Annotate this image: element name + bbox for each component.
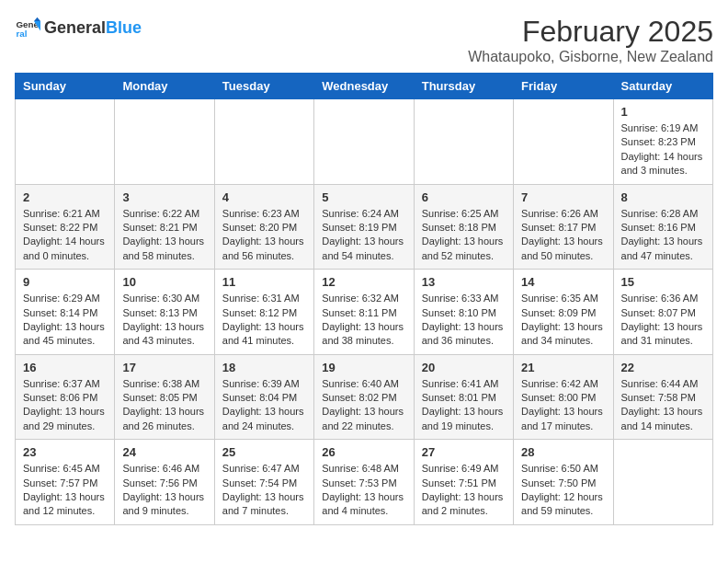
calendar: SundayMondayTuesdayWednesdayThursdayFrid… — [15, 73, 713, 525]
day-cell-22: 22Sunrise: 6:44 AM Sunset: 7:58 PM Dayli… — [613, 354, 712, 440]
day-info: Sunrise: 6:21 AM Sunset: 8:22 PM Dayligh… — [23, 207, 107, 264]
day-cell-13: 13Sunrise: 6:33 AM Sunset: 8:10 PM Dayli… — [414, 270, 513, 355]
day-cell-18: 18Sunrise: 6:39 AM Sunset: 8:04 PM Dayli… — [214, 354, 313, 440]
day-number: 17 — [122, 361, 206, 374]
day-info: Sunrise: 6:47 AM Sunset: 7:54 PM Dayligh… — [222, 462, 306, 519]
week-row-4: 23Sunrise: 6:45 AM Sunset: 7:57 PM Dayli… — [16, 440, 713, 525]
day-cell-10: 10Sunrise: 6:30 AM Sunset: 8:13 PM Dayli… — [115, 270, 214, 355]
day-number: 25 — [222, 445, 306, 459]
day-info: Sunrise: 6:33 AM Sunset: 8:10 PM Dayligh… — [422, 292, 506, 349]
day-cell-27: 27Sunrise: 6:49 AM Sunset: 7:51 PM Dayli… — [414, 440, 513, 525]
day-number: 24 — [122, 445, 206, 459]
day-cell-7: 7Sunrise: 6:26 AM Sunset: 8:17 PM Daylig… — [514, 184, 613, 270]
day-cell-3: 3Sunrise: 6:22 AM Sunset: 8:21 PM Daylig… — [115, 184, 214, 270]
empty-cell — [314, 99, 414, 185]
day-number: 15 — [621, 275, 705, 289]
logo-general-text: General — [44, 18, 106, 38]
day-info: Sunrise: 6:49 AM Sunset: 7:51 PM Dayligh… — [422, 462, 506, 519]
day-number: 16 — [23, 361, 107, 374]
day-info: Sunrise: 6:23 AM Sunset: 8:20 PM Dayligh… — [222, 207, 306, 264]
empty-cell — [16, 99, 115, 185]
day-info: Sunrise: 6:39 AM Sunset: 8:04 PM Dayligh… — [222, 377, 306, 434]
day-info: Sunrise: 6:46 AM Sunset: 7:56 PM Dayligh… — [122, 462, 206, 519]
day-cell-2: 2Sunrise: 6:21 AM Sunset: 8:22 PM Daylig… — [16, 184, 115, 270]
day-info: Sunrise: 6:36 AM Sunset: 8:07 PM Dayligh… — [621, 292, 705, 349]
day-number: 6 — [422, 190, 506, 204]
day-number: 2 — [23, 190, 107, 204]
svg-text:ral: ral — [16, 29, 27, 39]
empty-cell — [514, 99, 613, 185]
day-cell-28: 28Sunrise: 6:50 AM Sunset: 7:50 PM Dayli… — [514, 440, 613, 525]
day-number: 26 — [322, 445, 405, 459]
day-number: 19 — [322, 361, 405, 374]
day-info: Sunrise: 6:29 AM Sunset: 8:14 PM Dayligh… — [23, 292, 107, 349]
day-info: Sunrise: 6:37 AM Sunset: 8:06 PM Dayligh… — [23, 377, 107, 434]
day-header-sunday: Sunday — [16, 74, 115, 99]
day-cell-8: 8Sunrise: 6:28 AM Sunset: 8:16 PM Daylig… — [613, 184, 712, 270]
day-info: Sunrise: 6:50 AM Sunset: 7:50 PM Dayligh… — [521, 462, 605, 519]
day-number: 14 — [521, 275, 605, 289]
day-cell-16: 16Sunrise: 6:37 AM Sunset: 8:06 PM Dayli… — [16, 354, 115, 440]
day-cell-21: 21Sunrise: 6:42 AM Sunset: 8:00 PM Dayli… — [514, 354, 613, 440]
day-cell-24: 24Sunrise: 6:46 AM Sunset: 7:56 PM Dayli… — [115, 440, 214, 525]
day-info: Sunrise: 6:38 AM Sunset: 8:05 PM Dayligh… — [122, 377, 206, 434]
day-number: 4 — [222, 190, 306, 204]
day-cell-11: 11Sunrise: 6:31 AM Sunset: 8:12 PM Dayli… — [214, 270, 313, 355]
day-number: 22 — [621, 361, 705, 374]
title-area: February 2025 Whataupoko, Gisborne, New … — [468, 15, 713, 65]
day-number: 5 — [322, 190, 405, 204]
day-number: 3 — [122, 190, 206, 204]
day-info: Sunrise: 6:25 AM Sunset: 8:18 PM Dayligh… — [422, 207, 506, 264]
day-cell-14: 14Sunrise: 6:35 AM Sunset: 8:09 PM Dayli… — [514, 270, 613, 355]
day-number: 13 — [422, 275, 506, 289]
day-cell-26: 26Sunrise: 6:48 AM Sunset: 7:53 PM Dayli… — [314, 440, 414, 525]
day-cell-20: 20Sunrise: 6:41 AM Sunset: 8:01 PM Dayli… — [414, 354, 513, 440]
calendar-header-row: SundayMondayTuesdayWednesdayThursdayFrid… — [16, 74, 713, 99]
day-header-tuesday: Tuesday — [214, 74, 313, 99]
day-number: 28 — [521, 445, 605, 459]
day-cell-9: 9Sunrise: 6:29 AM Sunset: 8:14 PM Daylig… — [16, 270, 115, 355]
day-header-friday: Friday — [514, 74, 613, 99]
day-number: 23 — [23, 445, 107, 459]
day-number: 7 — [521, 190, 605, 204]
logo: Gene ral GeneralBlue — [15, 15, 142, 40]
day-cell-17: 17Sunrise: 6:38 AM Sunset: 8:05 PM Dayli… — [115, 354, 214, 440]
day-info: Sunrise: 6:24 AM Sunset: 8:19 PM Dayligh… — [322, 207, 405, 264]
day-cell-1: 1Sunrise: 6:19 AM Sunset: 8:23 PM Daylig… — [613, 99, 712, 185]
day-info: Sunrise: 6:30 AM Sunset: 8:13 PM Dayligh… — [122, 292, 206, 349]
day-cell-19: 19Sunrise: 6:40 AM Sunset: 8:02 PM Dayli… — [314, 354, 414, 440]
day-info: Sunrise: 6:45 AM Sunset: 7:57 PM Dayligh… — [23, 462, 107, 519]
day-info: Sunrise: 6:31 AM Sunset: 8:12 PM Dayligh… — [222, 292, 306, 349]
empty-cell — [613, 440, 712, 525]
day-info: Sunrise: 6:40 AM Sunset: 8:02 PM Dayligh… — [322, 377, 405, 434]
month-title: February 2025 — [468, 15, 713, 49]
location-title: Whataupoko, Gisborne, New Zealand — [468, 49, 713, 65]
day-number: 18 — [222, 361, 306, 374]
day-number: 10 — [122, 275, 206, 289]
day-cell-6: 6Sunrise: 6:25 AM Sunset: 8:18 PM Daylig… — [414, 184, 513, 270]
day-info: Sunrise: 6:26 AM Sunset: 8:17 PM Dayligh… — [521, 207, 605, 264]
day-header-thursday: Thursday — [414, 74, 513, 99]
header: Gene ral GeneralBlue February 2025 Whata… — [15, 15, 713, 65]
week-row-0: 1Sunrise: 6:19 AM Sunset: 8:23 PM Daylig… — [16, 99, 713, 185]
day-number: 1 — [621, 105, 705, 119]
day-number: 12 — [322, 275, 405, 289]
week-row-1: 2Sunrise: 6:21 AM Sunset: 8:22 PM Daylig… — [16, 184, 713, 270]
day-info: Sunrise: 6:35 AM Sunset: 8:09 PM Dayligh… — [521, 292, 605, 349]
day-header-monday: Monday — [115, 74, 214, 99]
day-info: Sunrise: 6:19 AM Sunset: 8:23 PM Dayligh… — [621, 121, 705, 178]
day-number: 21 — [521, 361, 605, 374]
day-info: Sunrise: 6:44 AM Sunset: 7:58 PM Dayligh… — [621, 377, 705, 434]
logo-blue-text: Blue — [106, 18, 142, 38]
day-info: Sunrise: 6:32 AM Sunset: 8:11 PM Dayligh… — [322, 292, 405, 349]
day-info: Sunrise: 6:48 AM Sunset: 7:53 PM Dayligh… — [322, 462, 405, 519]
day-info: Sunrise: 6:42 AM Sunset: 8:00 PM Dayligh… — [521, 377, 605, 434]
day-header-saturday: Saturday — [613, 74, 712, 99]
day-info: Sunrise: 6:28 AM Sunset: 8:16 PM Dayligh… — [621, 207, 705, 264]
day-number: 20 — [422, 361, 506, 374]
empty-cell — [414, 99, 513, 185]
day-number: 9 — [23, 275, 107, 289]
day-cell-23: 23Sunrise: 6:45 AM Sunset: 7:57 PM Dayli… — [16, 440, 115, 525]
day-cell-25: 25Sunrise: 6:47 AM Sunset: 7:54 PM Dayli… — [214, 440, 313, 525]
day-info: Sunrise: 6:22 AM Sunset: 8:21 PM Dayligh… — [122, 207, 206, 264]
